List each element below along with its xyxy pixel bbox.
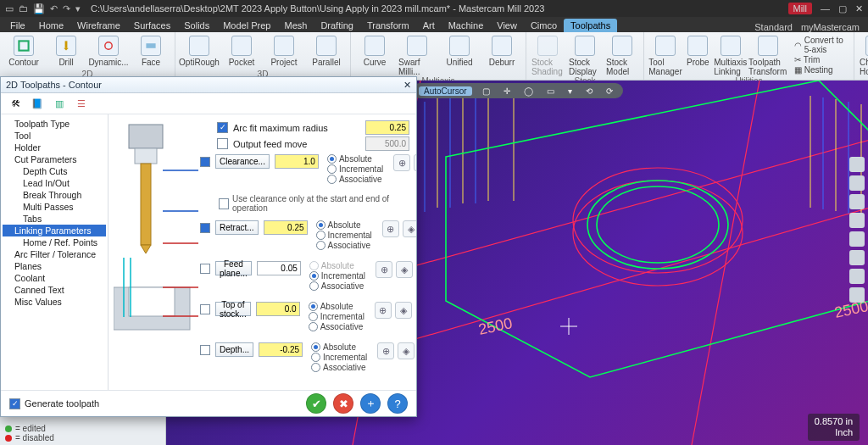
origin-icon[interactable]: ◈ [398,342,415,359]
radio-associative[interactable]: Associative [316,241,372,250]
stock-model-button[interactable]: Stock Model [606,34,638,76]
view-tool-icon[interactable] [849,269,865,284]
radio-associative[interactable]: Associative [311,363,367,372]
tree-node[interactable]: Home / Ref. Points [3,236,106,248]
parallel-button[interactable]: Parallel [308,34,345,67]
pick-icon[interactable]: ⊕ [393,154,410,171]
row-button[interactable]: Retract... [215,220,259,235]
tree-node[interactable]: Misc Values [3,296,106,308]
radio-incremental[interactable]: Incremental [316,231,372,240]
open-icon[interactable]: 🗀 [19,3,28,14]
apply-button[interactable]: ＋ [360,393,381,414]
tab-drafting[interactable]: Drafting [314,19,360,32]
new-icon[interactable]: ▭ [5,3,14,14]
radio-absolute[interactable]: Absolute [311,342,367,352]
row-enable-checkbox[interactable] [200,304,210,314]
check-holder-button[interactable]: Check Holder [860,34,868,76]
row-value-input[interactable] [264,220,308,235]
pick-icon[interactable]: ⊕ [375,302,392,319]
use-clearance-checkbox[interactable] [219,198,229,209]
radio-incremental[interactable]: Incremental [309,271,365,281]
unified-button[interactable]: Unified [441,34,478,67]
output-feed-checkbox[interactable] [217,138,228,149]
contour-button[interactable]: Contour [5,34,42,67]
tree-node[interactable]: Tabs [3,213,106,225]
tab-surfaces[interactable]: Surfaces [127,19,177,32]
row-button[interactable]: Feed plane... [215,261,252,275]
maximize-icon[interactable]: ▢ [838,3,847,14]
row-enable-checkbox[interactable] [200,223,210,233]
project-button[interactable]: Project [265,34,303,67]
convert-5axis-button[interactable]: ◠ Convert to 5-axis [794,36,843,54]
tab-modelprep[interactable]: Model Prep [216,19,277,32]
pick-icon[interactable]: ⊕ [377,342,394,359]
radio-associative[interactable]: Associative [327,175,383,184]
sel-icon[interactable]: ✛ [500,86,514,96]
radio-associative[interactable]: Associative [309,322,364,331]
nesting-button[interactable]: ▦ Nesting [794,65,843,75]
row-enable-checkbox[interactable] [200,345,210,355]
tab-art[interactable]: Art [416,19,442,32]
sel-icon[interactable]: ⟲ [582,86,596,96]
tree-node[interactable]: Coolant [3,272,106,284]
drill-button[interactable]: Drill [47,34,85,67]
sel-icon[interactable]: ▢ [479,86,493,96]
trim-button[interactable]: ✂ Trim [794,55,843,64]
selection-toolbar[interactable]: AutoCursor ▢ ✛ ◯ ▭ ▾ ⟲ ⟳ [412,83,623,98]
tree-node[interactable]: Cut Parameters [3,153,106,165]
sel-icon[interactable]: ⟳ [603,86,616,96]
view-tool-icon[interactable] [849,194,865,209]
book-icon[interactable]: 📘 [30,96,45,111]
row-value-input[interactable] [275,154,319,169]
tab-solids[interactable]: Solids [177,19,216,32]
radio-associative[interactable]: Associative [309,281,365,291]
radio-absolute[interactable]: Absolute [309,261,365,270]
tab-toolpaths[interactable]: Toolpaths [564,19,617,32]
parameter-tree[interactable]: Toolpath TypeToolHolderCut ParametersDep… [1,114,108,390]
origin-icon[interactable]: ◈ [403,220,416,237]
tab-wireframe[interactable]: Wireframe [70,19,127,32]
tab-mesh[interactable]: Mesh [277,19,314,32]
tree-node[interactable]: Planes [3,260,106,272]
tree-node[interactable]: Toolpath Type [3,118,106,130]
ok-button[interactable]: ✔ [306,393,326,414]
undo-icon[interactable]: ↶ [50,3,58,14]
sel-icon[interactable]: ▾ [565,86,576,96]
tool-manager-button[interactable]: Tool Manager [649,34,682,76]
stock-shading-button[interactable]: Stock Shading [531,34,564,76]
row-button[interactable]: Depth... [215,342,253,357]
probe-button[interactable]: Probe [687,34,709,67]
pick-icon[interactable]: ⊕ [382,220,399,237]
row-enable-checkbox[interactable] [200,157,210,167]
arc-fit-checkbox[interactable] [217,122,228,133]
redo-icon[interactable]: ↷ [63,3,70,14]
tree-node[interactable]: Tool [3,130,106,142]
pocket-button[interactable]: Pocket [223,34,260,67]
tree-node[interactable]: Arc Filter / Tolerance [3,248,106,260]
tool-icon[interactable]: 🛠 [8,96,23,111]
tab-machine[interactable]: Machine [442,19,491,32]
pick-icon[interactable]: ⊕ [376,261,392,278]
swarf-button[interactable]: Swarf Milli... [398,34,436,76]
sel-icon[interactable]: ▭ [543,86,558,96]
chip-icon[interactable]: ▥ [52,96,67,111]
origin-icon[interactable]: ◈ [395,302,412,319]
origin-icon[interactable]: ◈ [396,261,413,278]
multiaxis-linking-button[interactable]: Multiaxis Linking [715,34,747,76]
tree-node[interactable]: Holder [3,142,106,153]
tab-view[interactable]: View [490,19,524,32]
tree-node[interactable]: Depth Cuts [3,165,106,177]
curve-button[interactable]: Curve [356,34,393,67]
autocursor-button[interactable]: AutoCursor [419,86,472,96]
tab-file[interactable]: File [3,19,32,32]
view-tool-icon[interactable] [849,287,865,303]
tree-node[interactable]: Lead In/Out [3,177,106,189]
tree-node[interactable]: Multi Passes [3,201,106,213]
toolpath-transform-button[interactable]: Toolpath Transform [752,34,784,76]
tree-node[interactable]: Linking Parameters [3,225,106,236]
stock-display-button[interactable]: Stock Display [569,34,601,76]
cancel-button[interactable]: ✖ [333,393,353,414]
tab-cimco[interactable]: Cimco [524,19,564,32]
deburr-button[interactable]: Deburr [483,34,520,67]
view-tool-icon[interactable] [849,175,865,191]
